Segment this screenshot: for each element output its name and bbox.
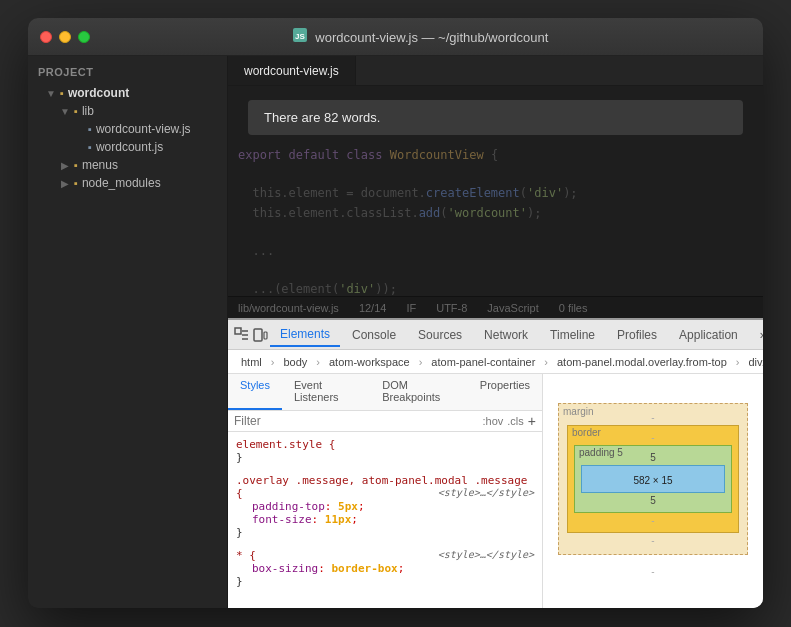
rule-property: padding-top: 5px;: [236, 500, 534, 513]
devtools-tab-elements[interactable]: Elements: [270, 323, 340, 347]
filter-cls-label[interactable]: .cls: [507, 415, 524, 427]
breadcrumb-atom-panel-container[interactable]: atom-panel-container: [426, 354, 540, 370]
devtools-tab-timeline[interactable]: Timeline: [540, 324, 605, 346]
style-rule-universal: * { <style>…</style> box-sizing: border-…: [228, 547, 542, 590]
sidebar-item-label: menus: [82, 158, 118, 172]
status-if: IF: [406, 302, 416, 314]
filter-add-button[interactable]: +: [528, 413, 536, 429]
folder-icon: ▪: [60, 87, 64, 99]
devtools-tab-more[interactable]: »: [750, 324, 763, 346]
padding-top-value: 5: [650, 452, 656, 463]
devtools-tab-network[interactable]: Network: [474, 324, 538, 346]
sidebar-item-node-modules[interactable]: ▶ ▪ node_modules: [28, 174, 227, 192]
folder-icon: ▪: [74, 159, 78, 171]
svg-rect-2: [235, 328, 241, 334]
devtools-device-button[interactable]: [252, 323, 268, 347]
sidebar-item-label: wordcount-view.js: [96, 122, 191, 136]
breadcrumb-html[interactable]: html: [236, 354, 267, 370]
devtools-tab-profiles[interactable]: Profiles: [607, 324, 667, 346]
sidebar-item-menus[interactable]: ▶ ▪ menus: [28, 156, 227, 174]
rule-close: }: [236, 526, 243, 539]
rule-property: box-sizing: border-box;: [236, 562, 534, 575]
expand-arrow: ▼: [60, 106, 70, 117]
devtools-toolbar: Elements Console Sources Network Timelin…: [228, 320, 763, 350]
padding-bottom-value: 5: [650, 495, 656, 506]
file-icon: ▪: [88, 141, 92, 153]
breadcrumb-sep: ›: [271, 356, 275, 368]
subtab-dom-breakpoints[interactable]: DOM Breakpoints: [370, 374, 468, 410]
breadcrumb: html › body › atom-workspace › atom-pane…: [228, 350, 763, 374]
editor-tab-wordcount-view[interactable]: wordcount-view.js: [228, 56, 356, 85]
styles-rules: element.style { } .overlay .message, ato…: [228, 432, 542, 594]
code-preview: export default class WordcountView { thi…: [228, 146, 763, 296]
sidebar-item-label: wordcount: [68, 86, 129, 100]
border-label: border: [572, 427, 601, 438]
breadcrumb-body[interactable]: body: [278, 354, 312, 370]
breadcrumb-div-wordcount[interactable]: div.wordcount: [743, 354, 763, 370]
code-line: ...: [238, 242, 753, 261]
file-icon: ▪: [88, 123, 92, 135]
sidebar-item-wordcount-view[interactable]: ▪ wordcount-view.js: [28, 120, 227, 138]
maximize-button[interactable]: [78, 31, 90, 43]
devtools-panels: Styles Event Listeners DOM Breakpoints P…: [228, 374, 763, 608]
minimize-button[interactable]: [59, 31, 71, 43]
app-window: JS wordcount-view.js — ~/github/wordcoun…: [28, 18, 763, 608]
rule-source[interactable]: <style>…</style>: [438, 549, 534, 560]
window-title: JS wordcount-view.js — ~/github/wordcoun…: [90, 28, 751, 45]
breadcrumb-atom-workspace[interactable]: atom-workspace: [324, 354, 415, 370]
sidebar-item-wordcount[interactable]: ▼ ▪ wordcount: [28, 84, 227, 102]
traffic-lights: [40, 31, 90, 43]
status-bar: lib/wordcount-view.js 12/14 IF UTF-8 Jav…: [228, 296, 763, 318]
main-area: Project ▼ ▪ wordcount ▼ ▪ lib ▪ wordcoun…: [28, 56, 763, 608]
status-files: 0 files: [559, 302, 588, 314]
sidebar-item-lib[interactable]: ▼ ▪ lib: [28, 102, 227, 120]
rule-selector: * {: [236, 549, 256, 562]
sidebar-item-wordcount-js[interactable]: ▪ wordcount.js: [28, 138, 227, 156]
breadcrumb-sep: ›: [316, 356, 320, 368]
code-line: ...(element('div'));: [238, 280, 753, 296]
svg-rect-6: [254, 329, 262, 341]
devtools-inspect-button[interactable]: [234, 323, 250, 347]
style-rule-overlay-message: .overlay .message, atom-panel.modal .mes…: [228, 472, 542, 541]
sidebar-item-label: node_modules: [82, 176, 161, 190]
devtools-tab-sources[interactable]: Sources: [408, 324, 472, 346]
editor-area: wordcount-view.js There are 82 words. ex…: [228, 56, 763, 608]
border-top-value: -: [651, 432, 654, 443]
code-line: export default class WordcountView {: [238, 146, 753, 165]
close-button[interactable]: [40, 31, 52, 43]
expand-arrow: ▶: [60, 178, 70, 189]
rule-property: font-size: 11px;: [236, 513, 534, 526]
code-line: this.element = document.createElement('d…: [238, 184, 753, 203]
subtab-properties[interactable]: Properties: [468, 374, 542, 410]
filter-pseudo-label[interactable]: :hov: [483, 415, 504, 427]
status-encoding: UTF-8: [436, 302, 467, 314]
devtools-tab-application[interactable]: Application: [669, 324, 748, 346]
breadcrumb-sep: ›: [544, 356, 548, 368]
margin-top-value: -: [651, 412, 654, 423]
notification-banner: There are 82 words.: [248, 100, 743, 135]
margin-bottom-value: -: [651, 535, 654, 546]
code-line: [238, 223, 753, 242]
code-line: [238, 165, 753, 184]
rule-close: }: [236, 575, 243, 588]
subtab-styles[interactable]: Styles: [228, 374, 282, 410]
devtools-tab-console[interactable]: Console: [342, 324, 406, 346]
svg-text:JS: JS: [295, 32, 305, 41]
box-model-panel: margin - border -: [543, 374, 763, 608]
expand-arrow: ▼: [46, 88, 56, 99]
svg-rect-7: [264, 332, 267, 339]
rule-source[interactable]: <style>…</style>: [438, 487, 534, 498]
style-rule-element: element.style { }: [228, 436, 542, 466]
status-line-col: 12/14: [359, 302, 387, 314]
sidebar-header: Project: [28, 62, 227, 82]
breadcrumb-atom-panel-modal[interactable]: atom-panel.modal.overlay.from-top: [552, 354, 732, 370]
editor-content: There are 82 words. export default class…: [228, 86, 763, 296]
filter-input[interactable]: [234, 414, 483, 428]
code-line: this.element.classList.add('wordcount');: [238, 204, 753, 223]
margin-label: margin: [563, 406, 594, 417]
sidebar-item-label: lib: [82, 104, 94, 118]
breadcrumb-sep: ›: [419, 356, 423, 368]
subtab-event-listeners[interactable]: Event Listeners: [282, 374, 370, 410]
status-file-path: lib/wordcount-view.js: [238, 302, 339, 314]
padding-label: padding 5: [579, 447, 623, 458]
